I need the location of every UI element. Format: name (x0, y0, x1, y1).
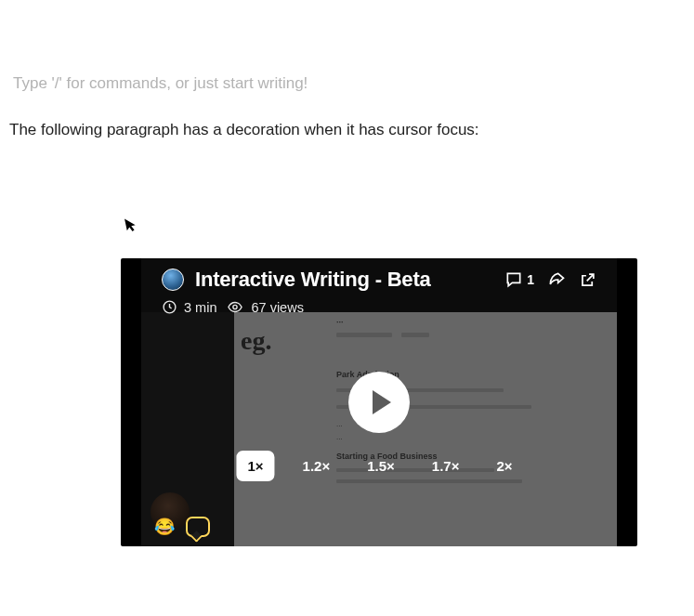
play-button[interactable] (348, 372, 410, 433)
duration-text: 3 min (184, 300, 216, 315)
speed-1-5x[interactable]: 1.5× (358, 452, 404, 479)
add-comment-button[interactable] (186, 517, 210, 537)
video-header: Interactive Writing - Beta 1 (162, 268, 596, 292)
speed-2x[interactable]: 2× (487, 452, 521, 479)
playback-speed-row: 1× 1.2× 1.5× 1.7× 2× (236, 451, 521, 481)
reaction-emoji[interactable]: 😂 (154, 517, 175, 537)
share-icon (547, 270, 566, 289)
editor-area[interactable]: Type '/' for commands, or just start wri… (0, 0, 694, 139)
video-frame: eg. ··· Park Admission ··· ··· Starting … (141, 258, 617, 546)
views-text: 67 views (251, 300, 303, 315)
clock-icon (162, 299, 177, 315)
open-external-button[interactable] (579, 271, 596, 289)
svg-point-1 (233, 305, 237, 308)
comment-icon (504, 270, 523, 289)
views: 67 views (226, 299, 303, 315)
speed-1-7x[interactable]: 1.7× (423, 452, 469, 479)
video-actions: 1 (504, 270, 596, 289)
cursor-pointer-icon (124, 216, 140, 238)
video-meta: 3 min 67 views (162, 299, 304, 315)
comments-button[interactable]: 1 (504, 270, 534, 289)
speed-1-2x[interactable]: 1.2× (294, 452, 340, 479)
body-paragraph[interactable]: The following paragraph has a decoration… (9, 121, 685, 139)
share-button[interactable] (547, 270, 566, 289)
speed-1x[interactable]: 1× (236, 451, 274, 481)
eye-icon (226, 299, 244, 315)
play-icon (373, 390, 391, 414)
duration: 3 min (162, 299, 216, 315)
editor-placeholder[interactable]: Type '/' for commands, or just start wri… (9, 74, 685, 93)
external-link-icon (579, 271, 596, 289)
video-title: Interactive Writing - Beta (195, 268, 504, 292)
author-avatar[interactable] (162, 269, 184, 291)
comment-count: 1 (527, 272, 534, 287)
reaction-bar: 😂 (154, 517, 210, 537)
video-embed[interactable]: eg. ··· Park Admission ··· ··· Starting … (121, 258, 637, 546)
